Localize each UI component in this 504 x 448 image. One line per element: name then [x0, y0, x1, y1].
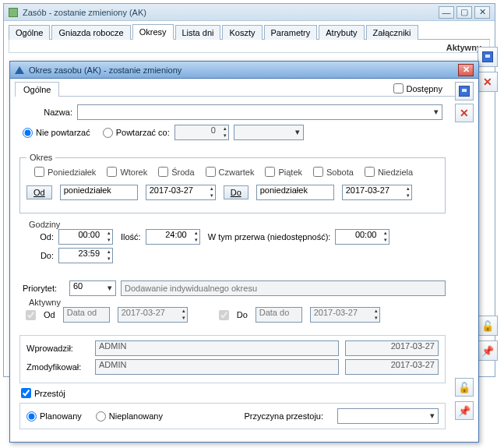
app-icon: [9, 8, 18, 17]
od-day-input[interactable]: poniedziałek: [60, 185, 138, 200]
tab-parametry[interactable]: Parametry: [264, 25, 318, 40]
powtarzac-unit-select[interactable]: [234, 125, 304, 140]
priorytet-desc-input: [121, 280, 446, 296]
close-button[interactable]: ✕: [474, 6, 490, 19]
godziny-do-label: Do:: [30, 251, 54, 260]
parent-delete-button[interactable]: ✕: [478, 72, 498, 92]
audit-box: Wprowadził: ADMIN 2017-03-27 Zmodyfikowa…: [19, 335, 446, 383]
tab-zalaczniki[interactable]: Załączniki: [366, 25, 418, 40]
modal-title: Okres zasobu (AK) - zostanie zmieniony: [29, 65, 458, 75]
aktywny-group: Aktywny Od Data od 2017-03-27 Do Data do…: [19, 298, 446, 327]
day-sroda-checkbox[interactable]: [158, 167, 168, 177]
x-icon: ✕: [460, 108, 469, 118]
tab-okresy[interactable]: Okresy: [132, 24, 174, 40]
godziny-group: Godziny Od: 00:00 Ilość: 24:00 W tym prz…: [19, 220, 446, 274]
przestoj-checkbox[interactable]: [21, 388, 31, 398]
modal-save-button[interactable]: [455, 82, 474, 101]
dostepny-label: Dostępny: [407, 84, 442, 93]
day-sobota-checkbox[interactable]: [313, 167, 323, 177]
powtarzac-count-input[interactable]: 0: [174, 125, 229, 140]
modal-tab-ogolne[interactable]: Ogólne: [15, 82, 59, 97]
przyczyna-select[interactable]: [337, 408, 439, 424]
minimize-button[interactable]: —: [439, 6, 454, 19]
wprowadzil-user: ADMIN: [95, 340, 339, 356]
parent-save-button[interactable]: [478, 47, 498, 67]
save-icon: [482, 51, 493, 62]
parent-titlebar[interactable]: Zasób - zostanie zmieniony (AK) — ▢ ✕: [4, 4, 495, 21]
okres-group: Okres Poniedziałek Wtorek Środa Czwartek…: [19, 153, 446, 213]
tab-koszty[interactable]: Koszty: [222, 25, 262, 40]
planowany-label: Planowany: [40, 411, 82, 421]
day-poniedzialek-checkbox[interactable]: [34, 167, 44, 177]
pin-icon: 📌: [458, 405, 471, 417]
przestoj-label: Przestój: [34, 389, 65, 398]
godziny-od-label: Od:: [30, 232, 54, 242]
day-wtorek-checkbox[interactable]: [107, 167, 117, 177]
modal-icon: [15, 66, 24, 74]
priorytet-select[interactable]: 60: [69, 280, 116, 296]
modal-close-button[interactable]: ✕: [458, 64, 474, 76]
status-label: Aktywny: [9, 40, 490, 53]
od-button[interactable]: Od: [26, 185, 52, 199]
wprowadzil-label: Wprowadził:: [26, 344, 89, 353]
parent-title: Zasób - zostanie zmieniony (AK): [23, 8, 439, 17]
main-tabs: Ogólne Gniazda robocze Okresy Lista dni …: [9, 24, 490, 40]
tab-ogolne[interactable]: Ogólne: [9, 25, 50, 40]
aktywny-od-label: Od: [44, 310, 55, 319]
dostepny-checkbox[interactable]: [393, 83, 404, 93]
przyczyna-label: Przyczyna przestoju:: [245, 411, 323, 421]
wprowadzil-date: 2017-03-27: [345, 340, 439, 356]
day-piatek-checkbox[interactable]: [265, 167, 275, 177]
parent-pin-button[interactable]: 📌: [478, 340, 498, 361]
powtarzac-co-radio[interactable]: [103, 128, 113, 138]
priorytet-label: Priorytet:: [23, 284, 65, 293]
nie-powtarzac-radio[interactable]: [23, 128, 33, 138]
tab-lista-dni[interactable]: Lista dni: [175, 25, 221, 40]
pin-icon: 📌: [481, 345, 494, 357]
ilosc-label: Ilość:: [121, 232, 141, 242]
maximize-button[interactable]: ▢: [456, 6, 472, 19]
nie-powtarzac-label: Nie powtarzać: [36, 128, 90, 137]
nieplanowany-radio[interactable]: [96, 411, 106, 422]
tab-gniazda-robocze[interactable]: Gniazda robocze: [51, 25, 130, 40]
x-icon: ✕: [483, 76, 492, 87]
zmodyfikowal-user: ADMIN: [95, 359, 339, 375]
od-date-input[interactable]: 2017-03-27: [146, 185, 216, 200]
nazwa-label: Nazwa:: [23, 108, 72, 117]
aktywny-od-checkbox: [26, 310, 36, 320]
przerwa-input[interactable]: 00:00: [335, 229, 389, 245]
godziny-od-input[interactable]: 00:00: [58, 229, 113, 245]
do-date-input[interactable]: 2017-03-27: [342, 185, 412, 200]
zmodyfikowal-date: 2017-03-27: [345, 359, 439, 375]
nazwa-input[interactable]: [77, 104, 442, 120]
aktywny-od-date: 2017-03-27: [118, 307, 188, 323]
aktywny-do-label: Do: [237, 310, 248, 319]
przerwa-label: W tym przerwa (niedostępność):: [208, 232, 331, 242]
godziny-legend: Godziny: [26, 220, 63, 229]
modal-lock-button[interactable]: 🔓: [455, 378, 474, 397]
do-button[interactable]: Do: [224, 185, 248, 199]
data-do-label-box: Data do: [256, 307, 302, 323]
modal-titlebar[interactable]: Okres zasobu (AK) - zostanie zmieniony ✕: [10, 62, 478, 79]
day-niedziela-checkbox[interactable]: [365, 167, 375, 177]
tab-atrybuty[interactable]: Atrybuty: [319, 25, 364, 40]
lock-icon: 🔓: [481, 320, 494, 332]
modal-pin-button[interactable]: 📌: [455, 401, 474, 420]
zmodyfikowal-label: Zmodyfikował:: [26, 362, 89, 372]
save-icon: [459, 86, 470, 97]
aktywny-do-checkbox: [219, 310, 229, 320]
aktywny-do-date: 2017-03-27: [310, 307, 380, 323]
planowany-radio[interactable]: [26, 411, 37, 422]
ilosc-input[interactable]: 24:00: [146, 229, 200, 245]
aktywny-legend: Aktywny: [26, 298, 64, 307]
okres-legend: Okres: [26, 153, 55, 162]
day-czwartek-checkbox[interactable]: [206, 167, 216, 177]
data-od-label-box: Data od: [63, 307, 110, 323]
do-day-input[interactable]: poniedziałek: [256, 185, 334, 200]
przestoj-box: Planowany Nieplanowany Przyczyna przesto…: [19, 403, 446, 429]
parent-lock-button[interactable]: 🔓: [478, 316, 498, 336]
nieplanowany-label: Nieplanowany: [109, 411, 163, 421]
modal-delete-button[interactable]: ✕: [455, 104, 474, 122]
lock-icon: 🔓: [458, 382, 471, 393]
godziny-do-input[interactable]: 23:59: [58, 248, 113, 263]
